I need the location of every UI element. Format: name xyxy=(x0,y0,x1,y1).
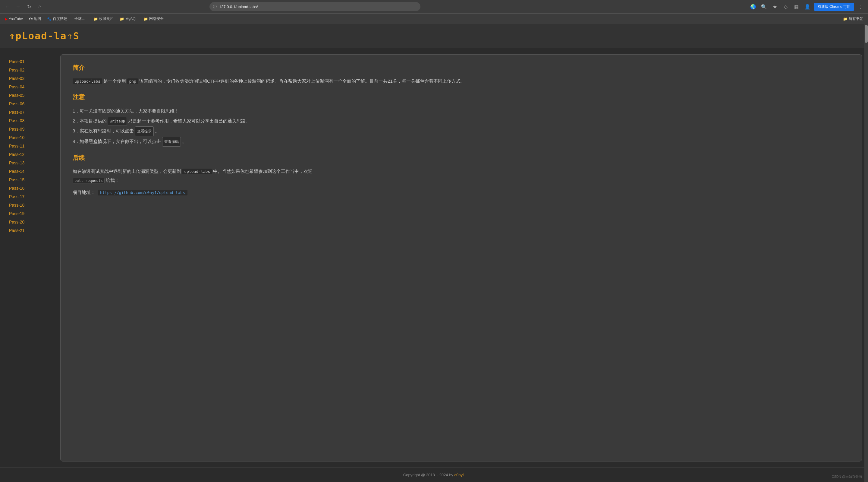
baidu-icon: 🐾 xyxy=(47,17,52,21)
upload-labs-code-2: upload-labs xyxy=(182,169,212,174)
bookmarks-bar: ▶ YouTube 🗺 地图 🐾 百度贴吧——全球... 📁 收藏夹栏 📁 My… xyxy=(0,13,868,24)
sidebar-item-pass07[interactable]: Pass-07 xyxy=(6,108,54,116)
notice-text-3a: 3．实在没有思路时，可以点击 xyxy=(73,126,134,136)
intro-text-part1: 是一个使用 xyxy=(103,79,127,84)
pull-requests-tag: pull requests xyxy=(73,178,104,183)
sidebar-item-pass10[interactable]: Pass-10 xyxy=(6,133,54,142)
content-area: 简介 upload-labs 是一个使用 php 语言编写的，专门收集渗透测试和… xyxy=(60,54,862,461)
all-bookmarks[interactable]: 📁 所有书签 xyxy=(841,15,866,23)
folder-icon-1: 📁 xyxy=(93,17,98,21)
followup-text-2: 中。当然如果你也希望参加到这个工作当中，欢迎 xyxy=(213,169,313,174)
bookmark-youtube[interactable]: ▶ YouTube xyxy=(2,16,25,22)
bookmark-star-icon[interactable]: ★ xyxy=(771,2,779,11)
intro-title: 简介 xyxy=(73,64,849,72)
sidebar-item-pass06[interactable]: Pass-06 xyxy=(6,100,54,108)
sidebar-item-pass13[interactable]: Pass-13 xyxy=(6,159,54,167)
sidebar-item-pass08[interactable]: Pass-08 xyxy=(6,116,54,125)
notice-list: 1．每一关没有固定的通关方法，大家不要自限思维！ 2．本项目提供的 writeu… xyxy=(73,106,849,147)
followup-paragraph: 如在渗透测试实战中遇到新的上传漏洞类型，会更新到 upload-labs 中。当… xyxy=(73,167,849,185)
bookmark-baidu[interactable]: 🐾 百度贴吧——全球... xyxy=(44,15,87,23)
notice-text-4a: 4．如果黑盒情况下，实在做不出，可以点击 xyxy=(73,136,161,146)
split-view-icon[interactable]: ▦ xyxy=(792,2,801,11)
bookmark-maps[interactable]: 🗺 地图 xyxy=(27,15,43,23)
project-url-link[interactable]: https://github.com/c0ny1/upload-labs xyxy=(98,190,187,195)
sidebar-item-pass15[interactable]: Pass-15 xyxy=(6,175,54,184)
browser-chrome: ← → ↻ ⌂ ⓘ 127.0.0.1/upload-labs/ 🌏 🔍 ★ ◇… xyxy=(0,0,868,24)
search-icon[interactable]: 🔍 xyxy=(760,2,768,11)
bookmark-mysql[interactable]: 📁 MySQL xyxy=(117,16,140,22)
menu-icon[interactable]: ⋮ xyxy=(857,2,865,11)
sidebar-item-pass12[interactable]: Pass-12 xyxy=(6,150,54,159)
writeup-tag: writeup xyxy=(108,117,127,126)
bookmarks-right: 📁 所有书签 xyxy=(841,15,866,23)
sidebar-item-pass19[interactable]: Pass-19 xyxy=(6,209,54,218)
notice-num-1: 1．每一关没有固定的通关方法，大家不要自限思维！ xyxy=(73,106,179,116)
notice-text-2a: 2．本项目提供的 xyxy=(73,116,107,126)
notice-item-4: 4．如果黑盒情况下，实在做不出，可以点击 查看源码 。 xyxy=(73,136,849,147)
sidebar-item-pass20[interactable]: Pass-20 xyxy=(6,218,54,226)
sidebar: Pass-01 Pass-02 Pass-03 Pass-04 Pass-05 … xyxy=(6,54,54,461)
browser-toolbar: ← → ↻ ⌂ ⓘ 127.0.0.1/upload-labs/ 🌏 🔍 ★ ◇… xyxy=(0,0,868,13)
bookmark-favorites-label: 收藏夹栏 xyxy=(99,16,114,21)
sidebar-item-pass17[interactable]: Pass-17 xyxy=(6,193,54,201)
bookmark-security[interactable]: 📁 网络安全 xyxy=(141,15,166,23)
bookmark-mysql-label: MySQL xyxy=(125,17,137,21)
lock-icon: ⓘ xyxy=(213,4,217,9)
php-code: php xyxy=(127,79,138,84)
notice-title: 注意 xyxy=(73,93,849,101)
intro-text-part2: 语言编写的，专门收集渗透测试和CTF中遇到的各种上传漏洞的靶场。旨在帮助大家对上… xyxy=(139,79,465,84)
all-bookmarks-label: 所有书签 xyxy=(849,16,863,21)
toolbar-right: 🌏 🔍 ★ ◇ ▦ 👤 有新版 Chrome 可用 ⋮ xyxy=(749,2,865,11)
main-layout: Pass-01 Pass-02 Pass-03 Pass-04 Pass-05 … xyxy=(0,48,868,467)
site-header: ⇧pLoad-la⇧S xyxy=(0,24,868,48)
url-text: 127.0.0.1/upload-labs/ xyxy=(219,4,258,9)
folder-icon-3: 📁 xyxy=(144,17,148,21)
bookmark-youtube-label: YouTube xyxy=(9,17,23,21)
extensions-icon[interactable]: ◇ xyxy=(781,2,790,11)
sidebar-item-pass03[interactable]: Pass-03 xyxy=(6,74,54,83)
home-button[interactable]: ⌂ xyxy=(36,2,44,11)
sidebar-item-pass01[interactable]: Pass-01 xyxy=(6,57,54,66)
sidebar-item-pass21[interactable]: Pass-21 xyxy=(6,226,54,235)
notice-text-4b: 。 xyxy=(182,136,187,146)
project-label: 项目地址： xyxy=(73,190,95,195)
sidebar-item-pass02[interactable]: Pass-02 xyxy=(6,66,54,74)
sidebar-item-pass16[interactable]: Pass-16 xyxy=(6,184,54,193)
reload-button[interactable]: ↻ xyxy=(25,2,33,11)
scrollbar-track[interactable] xyxy=(864,24,868,482)
bookmark-security-label: 网络安全 xyxy=(149,16,164,21)
folder-icon-all: 📁 xyxy=(843,17,847,21)
back-button[interactable]: ← xyxy=(3,2,11,11)
view-hint-link[interactable]: 查看提示 xyxy=(135,126,154,136)
sidebar-item-pass18[interactable]: Pass-18 xyxy=(6,201,54,209)
address-bar[interactable]: ⓘ 127.0.0.1/upload-labs/ xyxy=(210,2,421,11)
csdn-watermark: CSDN @未知百分画 xyxy=(832,475,862,479)
view-source-link[interactable]: 查看源码 xyxy=(162,137,181,147)
page-wrapper: ⇧pLoad-la⇧S Pass-01 Pass-02 Pass-03 Pass… xyxy=(0,24,868,482)
notice-text-3b: 。 xyxy=(155,126,159,136)
sidebar-item-pass14[interactable]: Pass-14 xyxy=(6,167,54,175)
notice-item-1: 1．每一关没有固定的通关方法，大家不要自限思维！ xyxy=(73,106,849,116)
separator-1 xyxy=(89,16,89,22)
sidebar-item-pass05[interactable]: Pass-05 xyxy=(6,91,54,100)
profile-icon[interactable]: 👤 xyxy=(803,2,812,11)
footer-author: c0ny1 xyxy=(454,473,465,477)
project-url-line: 项目地址： https://github.com/c0ny1/upload-la… xyxy=(73,190,849,195)
followup-title: 后续 xyxy=(73,154,849,162)
notice-text-2b: 只是起一个参考作用，希望大家可以分享出自己的通关思路。 xyxy=(128,116,250,126)
bookmark-favorites[interactable]: 📁 收藏夹栏 xyxy=(91,15,116,23)
sidebar-item-pass04[interactable]: Pass-04 xyxy=(6,83,54,91)
notice-item-2: 2．本项目提供的 writeup 只是起一个参考作用，希望大家可以分享出自己的通… xyxy=(73,116,849,126)
translate-icon[interactable]: 🌏 xyxy=(749,2,757,11)
forward-button[interactable]: → xyxy=(14,2,22,11)
youtube-icon: ▶ xyxy=(5,17,7,21)
footer-text: Copyright @ 2018 ~ 2024 by xyxy=(403,473,455,477)
chrome-update-button[interactable]: 有新版 Chrome 可用 xyxy=(814,3,854,11)
site-footer: Copyright @ 2018 ~ 2024 by c0ny1 xyxy=(0,467,868,482)
notice-item-3: 3．实在没有思路时，可以点击 查看提示 。 xyxy=(73,126,849,136)
maps-icon: 🗺 xyxy=(29,17,33,21)
sidebar-item-pass09[interactable]: Pass-09 xyxy=(6,125,54,133)
followup-text-3: 给我！ xyxy=(106,178,119,183)
sidebar-item-pass11[interactable]: Pass-11 xyxy=(6,142,54,150)
scrollbar-thumb[interactable] xyxy=(865,25,868,43)
